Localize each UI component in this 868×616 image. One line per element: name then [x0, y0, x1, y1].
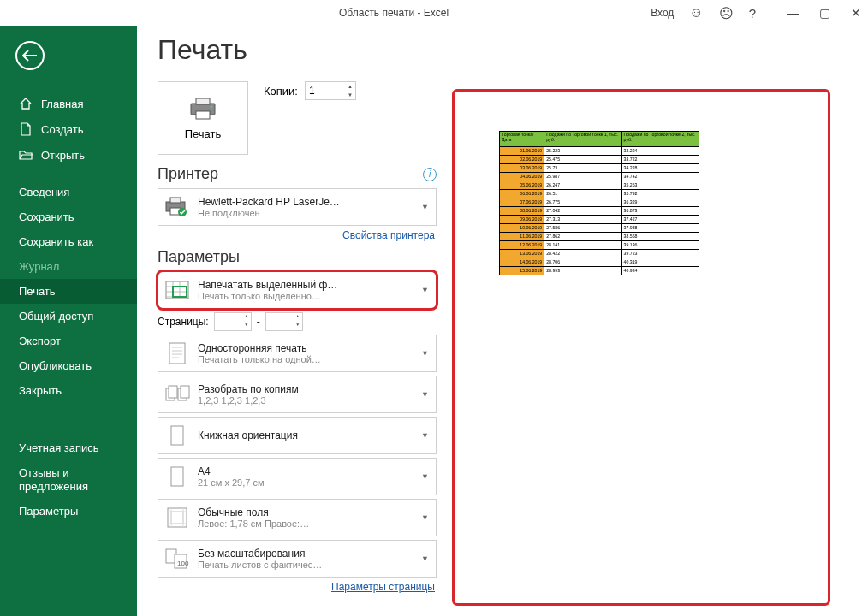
sidebar-label: Экспорт — [19, 335, 61, 347]
chevron-down-icon: ▼ — [421, 472, 429, 481]
help-icon[interactable]: ? — [749, 6, 756, 21]
sidebar-item-account[interactable]: Учетная запись — [0, 435, 137, 460]
opt-title: Обычные поля — [198, 506, 414, 518]
margins-icon — [163, 504, 191, 531]
sidebar-label: Параметры — [19, 505, 78, 518]
svg-rect-15 — [171, 426, 183, 445]
svg-rect-5 — [170, 198, 181, 203]
opt-title: Напечатать выделенный ф… — [198, 279, 414, 291]
window-title: Область печати - Excel — [0, 7, 651, 19]
chevron-down-icon: ▼ — [421, 203, 429, 211]
chevron-down-icon: ▼ — [421, 513, 429, 522]
sidebar-item-close[interactable]: Закрыть — [0, 378, 137, 403]
svg-point-3 — [211, 105, 213, 108]
sidebar-label: Сохранить — [19, 210, 74, 223]
maximize-button[interactable]: ▢ — [819, 6, 830, 20]
sidebar-item-share[interactable]: Общий доступ — [0, 304, 137, 329]
opt-sub: Левое: 1,78 см Правое:… — [198, 518, 414, 529]
margins-select[interactable]: Обычные поля Левое: 1,78 см Правое:… ▼ — [158, 499, 437, 536]
chevron-down-icon: ▼ — [421, 431, 429, 440]
params-heading: Параметры — [158, 248, 240, 266]
pt-up[interactable]: ▲ — [294, 313, 302, 322]
sidebar-item-print[interactable]: Печать — [0, 279, 137, 304]
portrait-icon — [163, 422, 191, 449]
sides-select[interactable]: Односторонняя печать Печатать только на … — [158, 335, 437, 372]
chevron-down-icon: ▼ — [421, 286, 429, 294]
opt-title: Односторонняя печать — [198, 342, 414, 354]
sidebar-item-options[interactable]: Параметры — [0, 499, 137, 524]
pf-dn[interactable]: ▼ — [242, 322, 251, 330]
svg-rect-14 — [181, 386, 189, 398]
sidebar-label: Печать — [19, 285, 56, 298]
print-what-select[interactable]: Напечатать выделенный ф… Печать только в… — [158, 271, 437, 309]
opt-title: Книжная ориентация — [198, 429, 414, 441]
opt-title: A4 — [198, 465, 414, 477]
collate-select[interactable]: Разобрать по копиям 1,2,3 1,2,3 1,2,3 ▼ — [158, 376, 437, 413]
backstage-sidebar: Главная Создать Открыть Сведения Сохрани… — [0, 26, 137, 616]
login-link[interactable]: Вход — [651, 7, 674, 19]
opt-sub: Печатать только на одной… — [198, 354, 414, 364]
opt-title: Без масштабирования — [198, 548, 414, 560]
sidebar-item-publish[interactable]: Опубликовать — [0, 353, 137, 378]
titlebar: Область печати - Excel Вход ☺ ☹ ? — ▢ ✕ — [0, 0, 868, 26]
paper-size-select[interactable]: A4 21 см x 29,7 см ▼ — [158, 458, 437, 495]
svg-rect-12 — [169, 386, 177, 398]
sidebar-item-export[interactable]: Экспорт — [0, 329, 137, 353]
printer-select[interactable]: Hewlett-Packard HP LaserJe… Не подключен… — [158, 188, 437, 226]
open-icon — [19, 148, 33, 162]
sidebar-label: Отзывы и предложения — [19, 466, 137, 493]
printer-status: Не подключен — [198, 208, 414, 218]
sidebar-label: Сохранить как — [19, 235, 93, 248]
new-icon — [19, 122, 33, 136]
opt-sub: 21 см x 29,7 см — [198, 477, 414, 488]
scaling-icon: 100 — [163, 545, 191, 572]
opt-sub: Печать листов с фактичес… — [198, 560, 414, 570]
svg-rect-16 — [171, 467, 183, 486]
sidebar-item-saveas[interactable]: Сохранить как — [0, 229, 137, 254]
copies-down[interactable]: ▼ — [345, 91, 355, 99]
preview-table: Торговая точка/ ДатаПродажи по Торговой … — [499, 131, 699, 275]
svg-text:100: 100 — [177, 560, 189, 567]
page-setup-link[interactable]: Параметры страницы — [331, 581, 435, 593]
sidebar-item-home[interactable]: Главная — [0, 91, 137, 116]
sheet-icon — [163, 276, 191, 304]
minimize-button[interactable]: — — [787, 6, 799, 20]
printer-heading: Принтер — [158, 165, 218, 183]
smile-icon[interactable]: ☺ — [689, 5, 703, 21]
sidebar-label: Закрыть — [19, 384, 62, 397]
opt-title: Разобрать по копиям — [198, 383, 414, 395]
sidebar-item-save[interactable]: Сохранить — [0, 204, 137, 229]
sidebar-item-info[interactable]: Сведения — [0, 180, 137, 204]
close-button[interactable]: ✕ — [851, 6, 861, 20]
chevron-down-icon: ▼ — [421, 390, 429, 399]
sidebar-label: Открыть — [41, 149, 85, 162]
sidebar-label: Общий доступ — [19, 310, 93, 323]
orientation-select[interactable]: Книжная ориентация ▼ — [158, 417, 437, 454]
sidebar-label: Создать — [41, 123, 83, 136]
printer-name: Hewlett-Packard HP LaserJe… — [198, 196, 414, 208]
chevron-down-icon: ▼ — [421, 554, 429, 563]
opt-sub: 1,2,3 1,2,3 1,2,3 — [198, 395, 414, 406]
sidebar-label: Учетная запись — [19, 441, 99, 454]
paper-icon — [163, 463, 191, 490]
page-icon — [163, 340, 191, 367]
pt-dn[interactable]: ▼ — [294, 322, 302, 330]
sidebar-item-history: Журнал — [0, 254, 137, 279]
sidebar-item-new[interactable]: Создать — [0, 116, 137, 142]
svg-rect-1 — [196, 98, 210, 104]
sidebar-item-open[interactable]: Открыть — [0, 142, 137, 168]
printer-properties-link[interactable]: Свойства принтера — [342, 229, 435, 241]
scaling-select[interactable]: 100 Без масштабирования Печать листов с … — [158, 540, 437, 578]
svg-rect-2 — [196, 111, 210, 119]
back-button[interactable] — [15, 41, 45, 70]
info-icon[interactable]: i — [423, 168, 437, 181]
pf-up[interactable]: ▲ — [242, 313, 251, 322]
print-button[interactable]: Печать — [158, 81, 248, 155]
sidebar-label: Сведения — [19, 186, 69, 198]
svg-rect-10 — [169, 343, 185, 364]
print-preview: Торговая точка/ ДатаПродажи по Торговой … — [452, 89, 830, 606]
page-title: Печать — [158, 34, 437, 66]
copies-up[interactable]: ▲ — [345, 82, 355, 91]
sidebar-item-feedback[interactable]: Отзывы и предложения — [0, 460, 137, 499]
sad-icon[interactable]: ☹ — [719, 5, 734, 21]
